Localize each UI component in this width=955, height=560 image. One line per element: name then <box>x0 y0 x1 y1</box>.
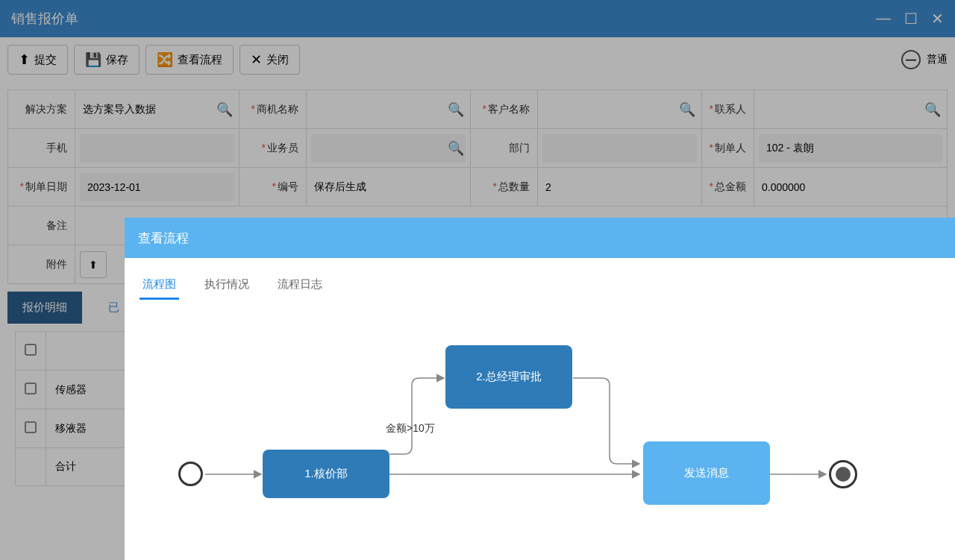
tab-flow-diagram[interactable]: 流程图 <box>140 271 179 300</box>
flow-node-1[interactable]: 1.核价部 <box>263 450 389 498</box>
flow-node-2[interactable]: 2.总经理审批 <box>445 345 572 409</box>
flow-condition-label: 金额>10万 <box>386 422 435 435</box>
modal-title: 查看流程 <box>138 230 189 247</box>
flow-diagram: 1.核价部 2.总经理审批 发送消息 金额>10万 <box>125 300 955 560</box>
modal-tabs: 流程图 执行情况 流程日志 <box>125 258 955 300</box>
flow-modal: 查看流程 流程图 执行情况 流程日志 1.核价部 2.总经理审批 发送消 <box>125 218 955 560</box>
flow-end-icon <box>829 460 857 488</box>
tab-log[interactable]: 流程日志 <box>275 271 325 300</box>
flow-start-icon <box>178 462 203 486</box>
modal-header: 查看流程 <box>125 218 955 258</box>
tab-execution[interactable]: 执行情况 <box>201 271 252 300</box>
flow-node-3[interactable]: 发送消息 <box>643 441 770 505</box>
